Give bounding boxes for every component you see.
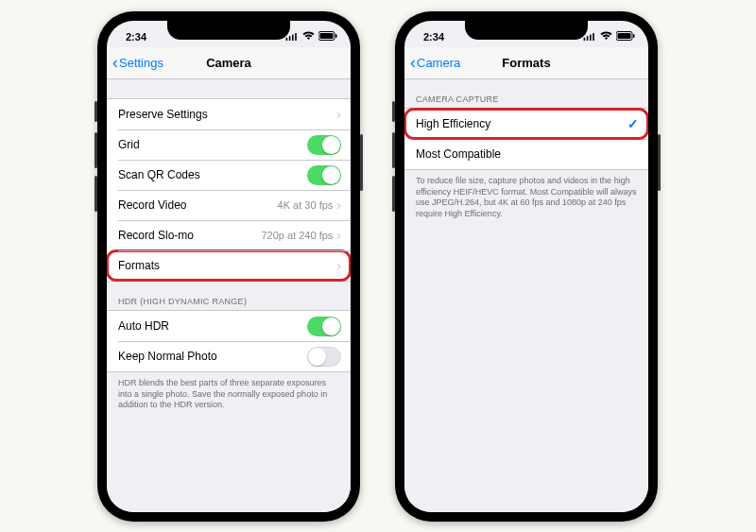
svg-rect-10 [593, 33, 594, 41]
svg-rect-9 [590, 35, 592, 41]
row-high-efficiency[interactable]: High Efficiency ✓ [404, 109, 648, 139]
svg-rect-1 [289, 36, 291, 41]
wifi-icon [302, 31, 315, 43]
row-detail: 4K at 30 fps [278, 199, 334, 211]
chevron-right-icon: › [336, 228, 341, 243]
settings-content: Preserve Settings › Grid Scan QR Codes R… [107, 79, 351, 512]
svg-rect-2 [292, 35, 294, 41]
battery-icon [616, 31, 635, 43]
svg-rect-0 [286, 38, 288, 41]
chevron-left-icon: ‹ [410, 53, 416, 73]
row-auto-hdr[interactable]: Auto HDR [107, 311, 351, 341]
nav-bar: ‹ Settings Camera [107, 47, 351, 79]
back-label: Settings [119, 56, 163, 70]
row-formats[interactable]: Formats › [107, 250, 351, 281]
chevron-left-icon: ‹ [112, 53, 118, 73]
back-button[interactable]: ‹ Camera [410, 53, 460, 73]
row-label: Most Compatible [416, 147, 639, 161]
row-record-slomo[interactable]: Record Slo-mo 720p at 240 fps › [107, 220, 351, 250]
back-button[interactable]: ‹ Settings [112, 53, 163, 73]
chevron-right-icon: › [336, 197, 341, 213]
row-label: Formats [118, 259, 336, 272]
row-label: Auto HDR [118, 319, 307, 333]
toggle-keep-normal[interactable] [307, 347, 341, 367]
row-label: Preserve Settings [118, 108, 336, 121]
row-label: Record Slo-mo [118, 229, 261, 242]
section-footer-capture: To reduce file size, capture photos and … [404, 170, 648, 224]
row-label: High Efficiency [416, 117, 627, 130]
back-label: Camera [417, 56, 460, 70]
row-record-video[interactable]: Record Video 4K at 30 fps › [107, 190, 351, 220]
section-header-camera-capture: CAMERA CAPTURE [404, 79, 648, 108]
row-grid[interactable]: Grid [107, 129, 351, 160]
checkmark-icon: ✓ [627, 116, 639, 131]
row-label: Scan QR Codes [118, 168, 307, 181]
phone-right: 2:34 ‹ Camera Formats CAMERA CAPTURE Hig… [395, 11, 658, 522]
row-detail: 720p at 240 fps [261, 230, 333, 241]
wifi-icon [600, 31, 612, 43]
toggle-grid[interactable] [307, 135, 341, 155]
svg-rect-3 [295, 33, 297, 41]
svg-rect-8 [587, 36, 589, 41]
toggle-auto-hdr[interactable] [307, 317, 341, 336]
chevron-right-icon: › [336, 258, 341, 273]
row-preserve-settings[interactable]: Preserve Settings › [107, 99, 351, 129]
nav-bar: ‹ Camera Formats [404, 47, 648, 79]
status-time: 2:34 [126, 31, 146, 43]
row-keep-normal-photo[interactable]: Keep Normal Photo [107, 341, 351, 371]
row-label: Record Video [118, 198, 278, 212]
formats-content: CAMERA CAPTURE High Efficiency ✓ Most Co… [404, 79, 648, 512]
section-footer-hdr: HDR blends the best parts of three separ… [107, 372, 351, 415]
svg-rect-13 [633, 34, 635, 38]
toggle-scan-qr[interactable] [307, 165, 341, 185]
notch [465, 21, 588, 40]
chevron-right-icon: › [336, 107, 341, 122]
svg-rect-7 [584, 38, 586, 41]
row-label: Grid [118, 138, 307, 151]
battery-icon [318, 31, 337, 43]
svg-rect-6 [335, 34, 337, 38]
row-most-compatible[interactable]: Most Compatible [404, 139, 648, 169]
notch [167, 21, 290, 40]
section-header-hdr: HDR (HIGH DYNAMIC RANGE) [107, 282, 351, 310]
svg-rect-5 [320, 33, 334, 39]
nav-title: Camera [206, 56, 251, 70]
phone-left: 2:34 ‹ Settings Camera Preserve Settings… [97, 11, 360, 522]
row-label: Keep Normal Photo [118, 350, 307, 363]
row-scan-qr[interactable]: Scan QR Codes [107, 160, 351, 190]
status-time: 2:34 [423, 31, 444, 43]
svg-rect-12 [618, 33, 631, 39]
nav-title: Formats [502, 56, 550, 70]
